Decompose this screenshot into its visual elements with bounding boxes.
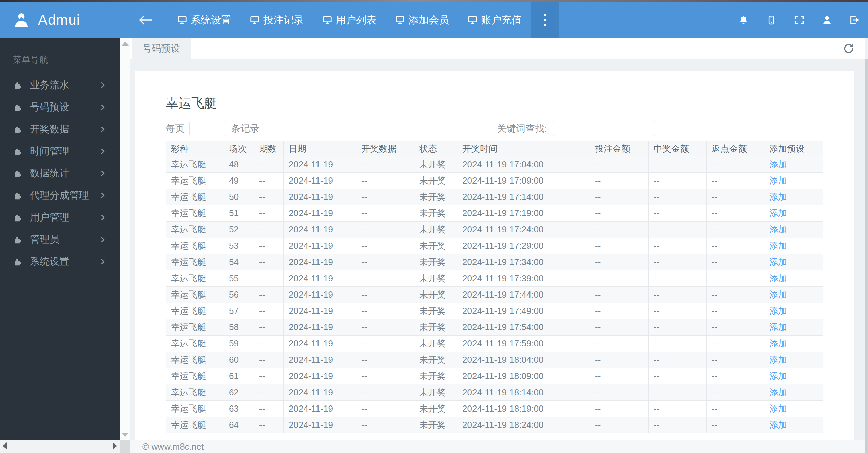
cell-bet-amount: -- [590, 319, 649, 336]
cell-action: 添加 [764, 205, 823, 222]
cell-date: 2024-11-19 [284, 156, 356, 173]
cell-action: 添加 [764, 384, 823, 401]
navbar-item-user-list[interactable]: 用户列表 [313, 2, 386, 38]
cell-rebate-amount: -- [707, 222, 764, 238]
add-preset-link[interactable]: 添加 [769, 257, 787, 267]
navbar-item-add-member[interactable]: 添加会员 [386, 2, 458, 38]
column-header-1: 场次 [224, 141, 254, 156]
table-row-62: 幸运飞艇 62 -- 2024-11-19 -- 未开奖 2024-11-19 … [166, 384, 823, 401]
navbar-item-label: 系统设置 [191, 13, 231, 27]
more-menu-button[interactable] [531, 2, 559, 38]
cell-lottery: 幸运飞艇 [166, 173, 224, 189]
cell-date: 2024-11-19 [284, 336, 356, 352]
scroll-right-arrow-icon[interactable] [113, 442, 117, 449]
add-preset-link[interactable]: 添加 [769, 355, 787, 365]
sidebar-item-administrator[interactable]: 管理员 [0, 228, 120, 250]
cell-action: 添加 [764, 238, 823, 254]
cell-rebate-amount: -- [707, 368, 764, 384]
bell-icon[interactable] [738, 14, 749, 26]
add-preset-link[interactable]: 添加 [769, 403, 787, 414]
column-header-9: 返点金额 [707, 141, 764, 156]
cell-status: 未开奖 [414, 401, 457, 417]
add-preset-link[interactable]: 添加 [769, 289, 787, 300]
scroll-down-arrow-icon[interactable] [122, 433, 129, 437]
cell-bet-amount: -- [590, 384, 649, 401]
cell-draw-time: 2024-11-19 17:44:00 [457, 287, 590, 303]
scroll-left-arrow-icon[interactable] [3, 442, 7, 449]
cell-period: -- [254, 173, 284, 189]
cell-lottery: 幸运飞艇 [166, 303, 224, 319]
fullscreen-icon[interactable] [793, 14, 805, 26]
add-preset-link[interactable]: 添加 [769, 338, 787, 348]
puzzle-icon [13, 234, 23, 245]
add-preset-link[interactable]: 添加 [769, 224, 787, 234]
cell-status: 未开奖 [414, 303, 457, 319]
refresh-button[interactable] [842, 42, 855, 55]
main-vertical-scrollbar[interactable] [865, 59, 868, 453]
sidebar-vertical-scrollbar[interactable] [120, 38, 130, 453]
per-page-input[interactable] [189, 121, 226, 136]
sidebar-item-time-management[interactable]: 时间管理 [0, 140, 120, 162]
cell-bet-amount: -- [590, 156, 649, 173]
sidebar-item-system-settings[interactable]: 系统设置 [0, 250, 120, 272]
cell-session: 57 [224, 303, 254, 319]
footer: © www.m8c.net [130, 440, 868, 453]
cell-action: 添加 [764, 254, 823, 270]
add-preset-link[interactable]: 添加 [769, 306, 787, 316]
search-input[interactable] [553, 121, 655, 136]
add-preset-link[interactable]: 添加 [769, 420, 787, 430]
cell-rebate-amount: -- [707, 336, 764, 352]
cell-rebate-amount: -- [707, 303, 764, 319]
cell-session: 50 [224, 189, 254, 205]
back-arrow-button[interactable] [137, 2, 154, 38]
cell-draw-data: -- [356, 173, 414, 189]
chevron-right-icon [99, 103, 107, 112]
cell-status: 未开奖 [414, 368, 457, 384]
table-row-60: 幸运飞艇 60 -- 2024-11-19 -- 未开奖 2024-11-19 … [166, 352, 823, 368]
navbar-item-account-recharge[interactable]: 账户充值 [458, 2, 531, 38]
tab-number-preset[interactable]: 号码预设 [132, 38, 191, 59]
cell-period: -- [254, 417, 284, 433]
logout-icon[interactable] [849, 14, 861, 26]
cell-rebate-amount: -- [707, 205, 764, 222]
navbar-menu: 系统设置 投注记录 用户列表 [168, 2, 531, 38]
sidebar-item-label: 代理分成管理 [30, 189, 89, 202]
sidebar-item-draw-data[interactable]: 开奖数据 [0, 118, 120, 140]
scroll-up-arrow-icon[interactable] [122, 42, 129, 46]
add-preset-link[interactable]: 添加 [769, 159, 787, 169]
add-preset-link[interactable]: 添加 [769, 322, 787, 332]
cell-rebate-amount: -- [707, 238, 764, 254]
add-preset-link[interactable]: 添加 [769, 273, 787, 283]
navbar-item-system-settings[interactable]: 系统设置 [168, 2, 240, 38]
puzzle-icon [13, 212, 23, 223]
column-header-6: 开奖时间 [457, 141, 590, 156]
add-preset-link[interactable]: 添加 [769, 175, 787, 186]
sidebar-item-number-preset[interactable]: 号码预设 [0, 96, 120, 118]
cell-bet-amount: -- [590, 287, 649, 303]
brand[interactable]: Admui [0, 2, 120, 38]
add-preset-link[interactable]: 添加 [769, 208, 787, 218]
sidebar-horizontal-scrollbar[interactable] [0, 440, 120, 453]
cell-win-amount: -- [649, 270, 707, 287]
sidebar-item-user-management[interactable]: 用户管理 [0, 206, 120, 228]
add-preset-link[interactable]: 添加 [769, 192, 787, 202]
navbar: Admui 系统设置 投注记录 [0, 2, 868, 38]
puzzle-icon [13, 102, 23, 112]
cell-period: -- [254, 336, 284, 352]
cell-period: -- [254, 156, 284, 173]
cell-bet-amount: -- [590, 173, 649, 189]
navbar-item-bet-records[interactable]: 投注记录 [240, 2, 313, 38]
add-preset-link[interactable]: 添加 [769, 371, 787, 381]
cell-draw-data: -- [356, 384, 414, 401]
sidebar-item-business-flow[interactable]: 业务流水 [0, 74, 120, 96]
cell-date: 2024-11-19 [284, 270, 356, 287]
cell-period: -- [254, 319, 284, 336]
cell-rebate-amount: -- [707, 156, 764, 173]
mobile-icon[interactable] [766, 14, 777, 26]
add-preset-link[interactable]: 添加 [769, 241, 787, 251]
sidebar-item-data-statistics[interactable]: 数据统计 [0, 162, 120, 184]
cell-rebate-amount: -- [707, 401, 764, 417]
sidebar-item-agent-commission[interactable]: 代理分成管理 [0, 184, 120, 206]
user-icon[interactable] [821, 14, 833, 26]
add-preset-link[interactable]: 添加 [769, 387, 787, 397]
